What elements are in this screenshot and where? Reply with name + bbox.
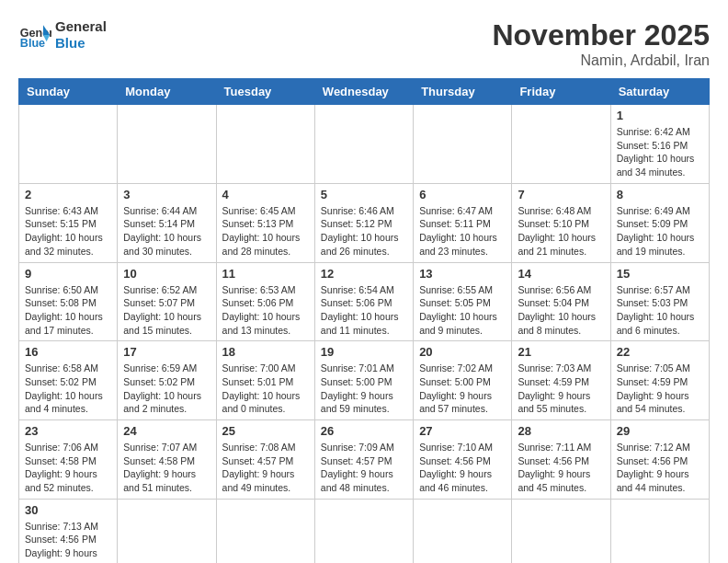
day-number: 14 [518,267,604,281]
weekday-header: Saturday [610,79,709,105]
calendar-week-row: 30Sunrise: 7:13 AMSunset: 4:56 PMDayligh… [19,499,710,563]
logo-icon: General Blue [18,18,51,52]
calendar-cell: 13Sunrise: 6:55 AMSunset: 5:05 PMDayligh… [414,262,512,341]
calendar-week-row: 1Sunrise: 6:42 AMSunset: 5:16 PMDaylight… [19,105,710,184]
calendar-cell [19,105,118,184]
day-info: Sunrise: 7:06 AMSunset: 4:58 PMDaylight:… [25,441,111,495]
day-number: 11 [222,267,309,281]
logo-blue: Blue [55,35,107,52]
day-info: Sunrise: 6:44 AMSunset: 5:14 PMDaylight:… [123,204,210,259]
calendar-week-row: 2Sunrise: 6:43 AMSunset: 5:15 PMDaylight… [19,183,710,262]
day-info: Sunrise: 6:52 AMSunset: 5:07 PMDaylight:… [123,283,210,338]
day-info: Sunrise: 7:12 AMSunset: 4:56 PMDaylight:… [617,441,703,495]
day-number: 1 [617,109,703,122]
day-info: Sunrise: 6:43 AMSunset: 5:15 PMDaylight:… [25,204,111,259]
day-info: Sunrise: 6:47 AMSunset: 5:11 PMDaylight:… [419,204,506,259]
calendar-cell [314,105,413,184]
day-number: 10 [123,267,210,281]
calendar-cell: 8Sunrise: 6:49 AMSunset: 5:09 PMDaylight… [610,183,709,262]
day-info: Sunrise: 7:10 AMSunset: 4:56 PMDaylight:… [419,441,506,495]
svg-text:Blue: Blue [20,37,45,50]
calendar-cell: 26Sunrise: 7:09 AMSunset: 4:57 PMDayligh… [314,420,413,500]
calendar-cell [610,499,709,563]
calendar-cell [314,499,413,563]
day-number: 29 [617,424,703,438]
calendar-cell: 30Sunrise: 7:13 AMSunset: 4:56 PMDayligh… [19,499,118,563]
day-number: 25 [222,424,309,438]
day-info: Sunrise: 6:50 AMSunset: 5:08 PMDaylight:… [25,283,111,338]
calendar-cell: 18Sunrise: 7:00 AMSunset: 5:01 PMDayligh… [216,341,314,420]
day-number: 27 [419,424,506,438]
calendar-cell [414,499,512,563]
day-info: Sunrise: 7:02 AMSunset: 5:00 PMDaylight:… [419,362,506,416]
day-number: 13 [419,267,506,281]
calendar-cell: 6Sunrise: 6:47 AMSunset: 5:11 PMDaylight… [414,183,512,262]
day-number: 15 [617,267,703,281]
weekday-header: Friday [512,79,610,105]
day-number: 17 [123,345,210,359]
day-info: Sunrise: 7:09 AMSunset: 4:57 PMDaylight:… [321,441,407,495]
day-info: Sunrise: 6:59 AMSunset: 5:02 PMDaylight:… [123,362,210,416]
day-info: Sunrise: 7:03 AMSunset: 4:59 PMDaylight:… [518,362,604,416]
day-info: Sunrise: 6:54 AMSunset: 5:06 PMDaylight:… [321,283,407,338]
calendar-cell [414,105,512,184]
calendar-cell: 4Sunrise: 6:45 AMSunset: 5:13 PMDaylight… [216,183,314,262]
calendar-cell: 21Sunrise: 7:03 AMSunset: 4:59 PMDayligh… [512,341,610,420]
day-number: 3 [123,188,210,201]
day-number: 5 [321,188,407,201]
calendar-cell: 11Sunrise: 6:53 AMSunset: 5:06 PMDayligh… [216,262,314,341]
day-number: 22 [617,345,703,359]
day-info: Sunrise: 7:05 AMSunset: 4:59 PMDaylight:… [617,362,703,416]
calendar-cell: 2Sunrise: 6:43 AMSunset: 5:15 PMDaylight… [19,183,118,262]
weekday-header: Monday [118,79,216,105]
day-info: Sunrise: 6:56 AMSunset: 5:04 PMDaylight:… [518,283,604,338]
day-number: 28 [518,424,604,438]
day-info: Sunrise: 6:48 AMSunset: 5:10 PMDaylight:… [518,204,604,259]
day-number: 2 [25,188,111,201]
title-block: November 2025 Namin, Ardabil, Iran [492,18,710,69]
weekday-header: Wednesday [314,79,413,105]
calendar-cell: 24Sunrise: 7:07 AMSunset: 4:58 PMDayligh… [118,420,216,500]
calendar-cell: 22Sunrise: 7:05 AMSunset: 4:59 PMDayligh… [610,341,709,420]
calendar-week-row: 9Sunrise: 6:50 AMSunset: 5:08 PMDaylight… [19,262,710,341]
day-number: 12 [321,267,407,281]
day-number: 7 [518,188,604,201]
day-number: 19 [321,345,407,359]
logo-general: General [55,18,107,35]
day-info: Sunrise: 6:58 AMSunset: 5:02 PMDaylight:… [25,362,111,416]
calendar-cell: 29Sunrise: 7:12 AMSunset: 4:56 PMDayligh… [610,420,709,500]
day-info: Sunrise: 6:57 AMSunset: 5:03 PMDaylight:… [617,283,703,338]
calendar-cell [512,105,610,184]
day-number: 23 [25,424,111,438]
weekday-header: Sunday [19,79,118,105]
logo: General Blue General Blue [18,18,107,52]
calendar-cell: 7Sunrise: 6:48 AMSunset: 5:10 PMDaylight… [512,183,610,262]
calendar-cell: 1Sunrise: 6:42 AMSunset: 5:16 PMDaylight… [610,105,709,184]
day-number: 16 [25,345,111,359]
calendar-cell [216,499,314,563]
weekday-header: Thursday [414,79,512,105]
calendar-cell: 15Sunrise: 6:57 AMSunset: 5:03 PMDayligh… [610,262,709,341]
calendar-cell: 10Sunrise: 6:52 AMSunset: 5:07 PMDayligh… [118,262,216,341]
day-info: Sunrise: 7:00 AMSunset: 5:01 PMDaylight:… [222,362,309,416]
month-title: November 2025 [492,18,710,52]
location: Namin, Ardabil, Iran [492,52,710,69]
calendar-cell: 17Sunrise: 6:59 AMSunset: 5:02 PMDayligh… [118,341,216,420]
day-number: 6 [419,188,506,201]
calendar-cell: 9Sunrise: 6:50 AMSunset: 5:08 PMDaylight… [19,262,118,341]
calendar: SundayMondayTuesdayWednesdayThursdayFrid… [18,78,710,563]
day-info: Sunrise: 6:46 AMSunset: 5:12 PMDaylight:… [321,204,407,259]
day-info: Sunrise: 6:49 AMSunset: 5:09 PMDaylight:… [617,204,703,259]
calendar-cell: 3Sunrise: 6:44 AMSunset: 5:14 PMDaylight… [118,183,216,262]
day-number: 26 [321,424,407,438]
day-number: 20 [419,345,506,359]
calendar-cell: 25Sunrise: 7:08 AMSunset: 4:57 PMDayligh… [216,420,314,500]
calendar-cell: 5Sunrise: 6:46 AMSunset: 5:12 PMDaylight… [314,183,413,262]
day-info: Sunrise: 6:55 AMSunset: 5:05 PMDaylight:… [419,283,506,338]
day-number: 4 [222,188,309,201]
day-number: 18 [222,345,309,359]
calendar-cell: 14Sunrise: 6:56 AMSunset: 5:04 PMDayligh… [512,262,610,341]
calendar-cell [512,499,610,563]
day-info: Sunrise: 6:53 AMSunset: 5:06 PMDaylight:… [222,283,309,338]
day-number: 8 [617,188,703,201]
